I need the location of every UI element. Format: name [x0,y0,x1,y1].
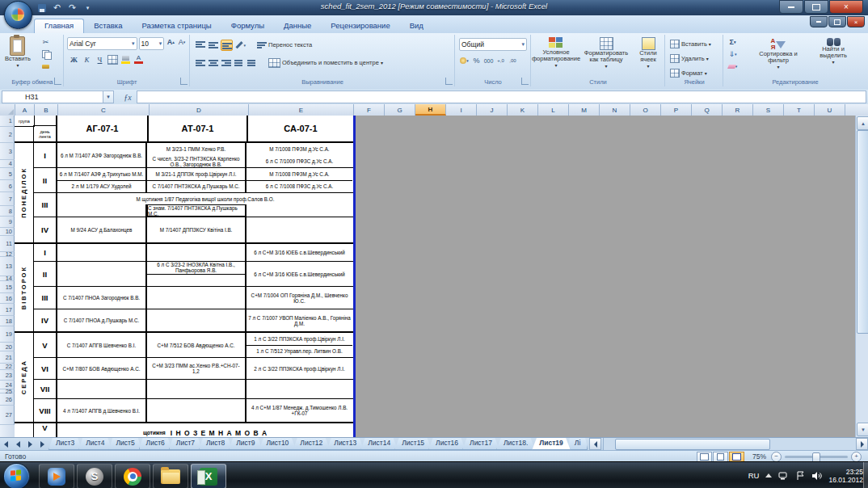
redo-icon[interactable]: ↷ [66,2,78,13]
schedule-cell[interactable]: С+М 7/1004 ОП Горяніна Д.М., Шевченко Ю.… [246,287,352,309]
sheet-tab-Лист6[interactable]: Лист6 [139,438,172,450]
row-header-21[interactable]: 21 [0,351,15,364]
day-label[interactable]: СЕРЕДА [15,333,34,422]
bold-button[interactable]: Ж [69,55,79,65]
name-box-arrow-icon[interactable]: ▾ [103,90,114,103]
schedule-cell[interactable] [246,380,352,398]
borders-icon[interactable] [107,55,118,65]
row-header-27[interactable]: 27 [0,406,15,425]
tab-scroll-left-icon[interactable] [589,438,601,450]
align-middle-icon[interactable] [208,40,218,50]
row-header-26[interactable]: 26 [0,393,15,406]
align-top-icon[interactable] [195,40,205,50]
pair-label[interactable]: III [34,193,57,217]
pair-label[interactable]: II [34,168,57,192]
tray-expand-icon[interactable] [765,473,772,477]
paste-button[interactable]: Вставить▾ [5,36,31,69]
workbook-restore-button[interactable] [828,16,846,27]
column-header-K[interactable]: K [508,104,538,116]
row-header-9[interactable]: 9 [0,217,15,228]
tab-Главная[interactable]: Главная [34,19,84,35]
row-header-20[interactable]: 20 [0,343,15,351]
sheet-tab-Лист19[interactable]: Лист19 [532,438,571,450]
schedule-cell[interactable]: С знам. 7/1407 ПНТЗКСКА д.Пушкарь М.С. [147,204,246,217]
autosum-icon[interactable]: Σ▾ [727,37,738,47]
sheet-tab-Лист9[interactable]: Лист9 [229,438,262,450]
schedule-cell[interactable] [246,204,353,217]
fill-icon[interactable]: ⇓▾ [727,49,738,59]
column-header-M[interactable]: M [569,104,600,116]
vertical-scrollbar[interactable]: ▲ ▼ [855,116,868,437]
column-header-N[interactable]: N [600,104,630,116]
schedule-cell[interactable]: 4 л С+М 1/87 Менедж. д.Тимошенко Л.В. +Г… [246,399,352,422]
action-center-flag-icon[interactable] [796,471,805,481]
grow-font-icon[interactable]: А▴ [166,37,175,47]
workbook-close-button[interactable]: × [847,16,865,27]
font-size-select[interactable]: 10▾ [139,37,165,50]
view-normal-icon[interactable] [697,452,712,462]
align-bottom-icon[interactable] [221,40,233,51]
column-header-P[interactable]: P [661,104,692,116]
footer-pair-label[interactable]: V [34,423,57,437]
column-header-H[interactable]: H [415,104,446,116]
schedule-cell[interactable] [147,380,246,398]
schedule-cell[interactable]: С+М 7/807 БОВ Авдющенко А.С. [57,358,147,379]
insert-cells-button[interactable]: Вставить▾ [668,37,721,51]
pair-label[interactable]: IV [34,217,57,242]
clock[interactable]: 23:25 16.01.2012 [828,468,863,484]
show-desktop-button[interactable] [863,462,868,488]
footer-day-strip[interactable] [15,423,34,437]
language-indicator[interactable]: RU [748,471,760,480]
schedule-cell[interactable]: С 7/1407 ПНОА д.Пушкарь М.С. [57,309,147,331]
schedule-cell[interactable] [147,244,246,261]
sheet-tab-Лист18.[interactable]: Лист18. [496,438,535,450]
schedule-cell[interactable]: М 3/23-1 ПММ Хенко Р.В.С чисел. 3/23-2 П… [147,143,246,167]
row-header-8[interactable]: 8 [0,206,15,217]
merged-cell[interactable]: М щотижня 1/87 Педагогіка вищої школи пр… [57,193,353,204]
decrease-decimal-icon[interactable]: ,00 [508,56,518,65]
zoom-in-icon[interactable]: + [851,452,862,462]
pair-label[interactable]: VII [34,380,57,398]
format-as-table-button[interactable]: Форматировать как таблицу▾ [581,37,631,69]
schedule-cell[interactable] [57,244,147,261]
row-header-22[interactable]: 22 [0,364,15,370]
save-icon[interactable] [36,2,48,13]
zoom-slider[interactable] [785,456,848,458]
taskbar-explorer-button[interactable] [153,464,188,488]
copy-icon[interactable] [40,49,51,59]
row-header-2[interactable]: 2 [0,127,15,143]
schedule-cell[interactable]: 4 л 7/1407 АПГВ д.Шевченко В.І. [57,399,147,422]
name-box[interactable]: H31 [2,90,103,103]
first-sheet-icon[interactable] [0,438,12,450]
office-button[interactable] [4,1,32,29]
conditional-formatting-button[interactable]: Условное форматирование▾ [533,37,579,69]
view-page-break-icon[interactable] [729,452,744,462]
row-header-6[interactable]: 6 [0,180,15,192]
number-format-select[interactable]: Общий▾ [459,38,527,51]
accounting-format-icon[interactable]: ▾ [459,56,470,65]
sheet-tab-Лист4[interactable]: Лист4 [78,438,112,450]
italic-button[interactable]: К [82,55,92,65]
close-button[interactable]: × [829,0,863,14]
footer-merged-cell[interactable]: щотижня І Н О З Е М Н А М О В А [57,423,353,437]
row-header-7[interactable]: 7 [0,192,15,206]
pair-label[interactable]: VI [34,358,57,379]
pair-label[interactable]: II [34,262,57,286]
schedule-cell[interactable]: 6 л С+М 3/16 ЮЕБ с.в.Шевердинський [246,244,352,261]
fill-color-icon[interactable] [120,55,131,65]
sheet-tab-Лист5[interactable]: Лист5 [108,438,141,450]
column-header-Q[interactable]: Q [692,104,723,116]
align-right-icon[interactable] [221,58,231,68]
wrap-text-button[interactable]: Перенос текста [255,38,314,52]
underline-button[interactable]: Ч [95,55,105,65]
decrease-indent-icon[interactable] [234,58,244,68]
sheet-tab-Лист14[interactable]: Лист14 [360,438,398,450]
format-painter-icon[interactable] [40,61,51,71]
clear-icon[interactable]: ▾ [727,61,738,71]
font-dialog-launcher[interactable] [180,78,188,85]
schedule-cell[interactable]: С 7/1407 АПГВ Шевченко В.І. [57,333,147,357]
group-header-at[interactable]: АТ-07-1 [149,116,248,141]
row-header-1[interactable]: 1 [0,116,15,127]
schedule-cell[interactable] [246,217,352,242]
workbook-minimize-button[interactable] [810,16,828,27]
